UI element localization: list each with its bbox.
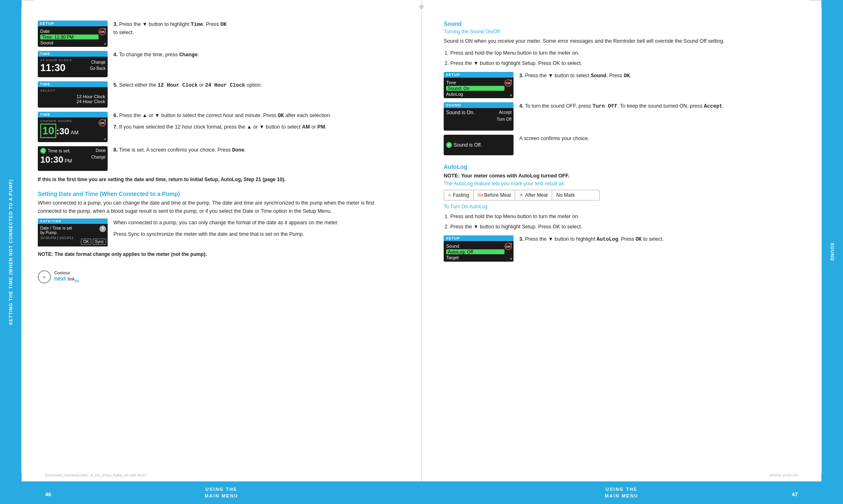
- left-side-tab-text: Setting the Time (When Not Connected to …: [8, 179, 14, 325]
- after-meal-mark: ✕ After Meal: [515, 190, 552, 200]
- screen-autolog: SETUP ▲ ▼ OK Sound AutoLog: Off Target: [444, 235, 514, 262]
- no-mark: No Mark: [552, 190, 579, 200]
- page-num-left: 46: [45, 491, 51, 497]
- step3-text: 3. Press the ▼ button to highlight Time.…: [113, 21, 399, 37]
- done-change-btns: Done Change: [91, 148, 106, 159]
- sound-steps: Press and hold the top Menu button to tu…: [444, 48, 805, 68]
- scroll-down-2: ▼: [104, 138, 107, 141]
- left-side-tab: Setting the Time (When Not Connected to …: [0, 0, 21, 504]
- screen-sound-off: ✓ Sound is Off.: [444, 135, 514, 155]
- autolog-screen-body: ▲ ▼ OK Sound AutoLog: Off Target: [444, 241, 514, 262]
- screen-row-date: Date: [40, 28, 99, 34]
- sound-step4-container: SOUND Sound is On. Accept Turn Off 4. To…: [444, 102, 805, 131]
- crop-tr-v: [821, 0, 822, 8]
- initial-setup-note: If this is the first time you are settin…: [38, 176, 399, 183]
- bottom-bar-left: USING THEMAIN MENU: [21, 481, 422, 504]
- step6-7-texts: 6. Press the ▲ or ▼ button to select the…: [113, 112, 331, 131]
- autolog-row1: Sound: [446, 243, 504, 249]
- sound-body: Sound is ON when you receive your meter.…: [444, 37, 805, 45]
- hours-value: 10: [40, 124, 56, 138]
- screen-datetime-pump: DATE/TIME ? Date / Time is set by Pump. …: [38, 219, 108, 246]
- sound-on-header: SOUND: [444, 102, 514, 108]
- ok-button-indicator: OK: [99, 28, 106, 35]
- scroll-down-autolog: ▼: [509, 258, 513, 261]
- no-mark-label: No Mark: [556, 192, 575, 198]
- sound-step2: Press the ▼ button to highlight Setup. P…: [450, 59, 805, 68]
- dt-btns: OK Sync: [81, 239, 106, 245]
- step6-7-container: TIME ▲ ▼ OK CHANGE HOURS 10 :30 AM: [38, 112, 399, 142]
- autolog-row3: Target: [446, 255, 504, 260]
- page-num-right: 47: [792, 491, 798, 497]
- page-divider: [422, 0, 422, 504]
- right-page-content: Sound Turning the Sound On/Off Sound is …: [427, 12, 822, 464]
- done-btn-label[interactable]: Done: [96, 148, 106, 153]
- autolog-row2: AutoLog: Off: [446, 249, 504, 254]
- pump-text2: Press Sync to synchronize the meter with…: [113, 230, 339, 238]
- right-side-tab-text: Sound: [829, 243, 835, 261]
- checkmark-icon: ✓: [40, 148, 46, 154]
- 24h-option[interactable]: 24 Hour Clock: [40, 99, 105, 104]
- sound-off-confirm-container: ✓ Sound is Off. A screen confirms your c…: [444, 135, 805, 155]
- screen-time-header: TIME: [38, 51, 108, 57]
- step5-num: 5.: [113, 82, 117, 88]
- step4-container: TIME 24 HOUR CLOCK 11:30 Change Go Back …: [38, 51, 399, 77]
- screen-row-time-highlight: Time: 11:30 PM: [40, 35, 99, 39]
- change-goback-btns: Change Go Back: [90, 60, 106, 71]
- goback-btn-label[interactable]: Go Back: [90, 66, 106, 71]
- sound-heading: Sound: [444, 21, 805, 27]
- change-btn-label[interactable]: Change: [91, 60, 106, 64]
- screen-setup: SETUP ▲ ▼ OK Date Time: 11:30 PM Sound: [38, 21, 108, 47]
- print-info-right: 3/20/14 10:04 AM: [769, 473, 798, 477]
- time-select-header: TIME: [38, 81, 108, 87]
- screen-time-24h: TIME 24 HOUR CLOCK 11:30 Change Go Back: [38, 51, 108, 77]
- autolog-screen-header: SETUP: [444, 235, 514, 241]
- screen-row-sound: Sound: [40, 40, 99, 45]
- sound-step3-container: SETUP ▲ ▼ OK Time Sound: On AutoLog 3. P…: [444, 72, 805, 98]
- scroll-down-arrow: ▼: [104, 43, 107, 46]
- screen-sound-setup: SETUP ▲ ▼ OK Time Sound: On AutoLog: [444, 72, 514, 98]
- fasting-mark: ○ Fasting: [444, 190, 474, 200]
- sound-setup-header: SETUP: [444, 72, 514, 78]
- crop-tl-h: [21, 0, 34, 0]
- time-edit-display: 10 :30 AM: [40, 124, 99, 138]
- screen-time-select: TIME SELECT 12 Hour Clock 24 Hour Clock: [38, 81, 108, 108]
- bottom-bar-left-text: USING THEMAIN MENU: [205, 486, 238, 499]
- ok-autolog-indicator: OK: [504, 243, 512, 250]
- before-meal-label: Before Meal: [484, 192, 511, 198]
- set-ampm-value: PM: [64, 158, 72, 164]
- contour-logo-text: Contour next link24: [54, 271, 79, 283]
- bayer-logo: B: [38, 270, 51, 283]
- date-format-note: NOTE: The date format change only applie…: [38, 251, 399, 258]
- autolog-step3-container: SETUP ▲ ▼ OK Sound AutoLog: Off Target 3…: [444, 235, 805, 262]
- select-label: SELECT: [40, 89, 105, 92]
- autolog-section: AutoLog NOTE: Your meter comes with Auto…: [444, 163, 805, 262]
- turnoff-btn[interactable]: Turn Off: [497, 117, 511, 122]
- autolog-note: NOTE: Your meter comes with AutoLog turn…: [444, 172, 805, 180]
- ok-pump-btn[interactable]: OK: [81, 239, 91, 245]
- dt-row1: Date / Time is set: [40, 226, 105, 230]
- sound-row1: Time: [446, 79, 504, 85]
- sound-row2: Sound: On: [446, 86, 504, 91]
- fasting-icon: ○: [448, 192, 451, 198]
- sound-off-check: ✓: [446, 142, 452, 148]
- sound-sub-heading: Turning the Sound On/Off: [444, 29, 805, 35]
- sound-on-body: Sound is On. Accept Turn Off: [444, 108, 514, 131]
- time-set-body: ✓ Time is set. 10:30 PM Done Change: [38, 146, 108, 171]
- sound-step1: Press and hold the top Menu button to tu…: [450, 48, 805, 58]
- step8-container: ✓ Time is set. 10:30 PM Done Change 8. T…: [38, 146, 399, 171]
- change-btn-label-2[interactable]: Change: [91, 155, 106, 159]
- screen-setup-header: SETUP: [38, 21, 108, 26]
- ok-btn-2: OK: [99, 119, 106, 127]
- sync-btn[interactable]: Sync: [93, 239, 106, 245]
- bottom-bar-right-text: USING THEMAIN MENU: [605, 486, 638, 499]
- left-page-content: SETUP ▲ ▼ OK Date Time: 11:30 PM Sound 3…: [21, 12, 416, 464]
- dt-row2: by Pump.: [40, 230, 105, 235]
- 12h-option[interactable]: 12 Hour Clock: [40, 94, 105, 99]
- change-hours-label: CHANGE HOURS: [40, 119, 99, 123]
- step4-text: 4. To change the time, press Change.: [113, 51, 399, 59]
- time-set-display: 10:30 PM: [40, 154, 99, 165]
- autolog-steps: Press and hold the top Menu button to tu…: [444, 212, 805, 231]
- accept-btn[interactable]: Accept: [499, 110, 511, 115]
- accept-turnoff-btns: Accept Turn Off: [497, 110, 511, 122]
- sound-row3: AutoLog: [446, 92, 504, 97]
